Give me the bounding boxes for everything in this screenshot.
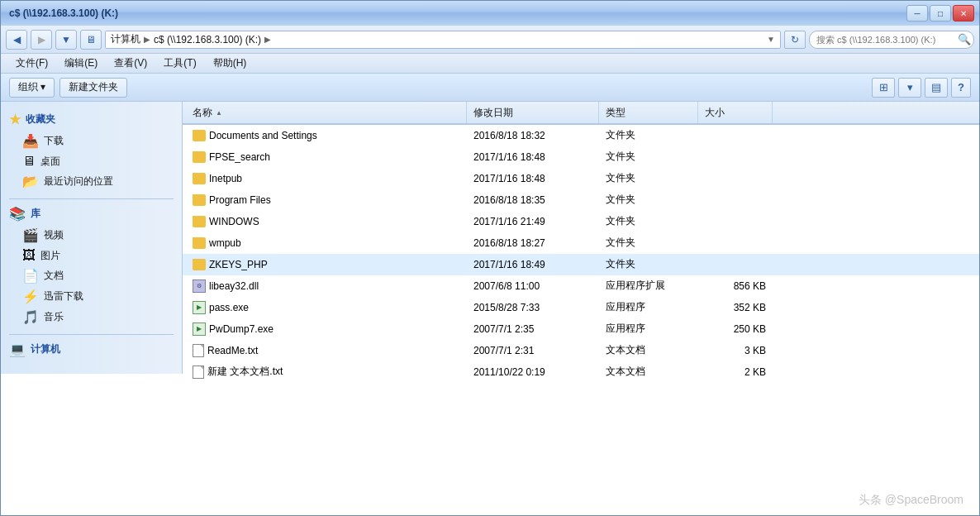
desktop-label: 桌面 xyxy=(40,155,60,169)
txt-icon xyxy=(193,366,204,379)
computer-label: 计算机 xyxy=(31,342,60,356)
file-date: 2016/8/18 18:32 xyxy=(467,130,599,141)
search-input[interactable] xyxy=(809,31,974,49)
file-type: 文件夹 xyxy=(599,236,698,250)
path-sep-2: ▶ xyxy=(264,35,271,44)
sidebar-scroll: ★ 收藏夹 📥 下载 🖥 桌面 📂 最近访问的位置 xyxy=(1,102,183,374)
menu-edit[interactable]: 编辑(E) xyxy=(58,55,104,72)
dropdown-button[interactable]: ▼ xyxy=(55,30,77,50)
table-row[interactable]: ▶ pass.exe 2015/8/28 7:33 应用程序 352 KB xyxy=(183,297,979,318)
file-name: Documents and Settings xyxy=(186,130,467,141)
computer-header[interactable]: 💻 计算机 xyxy=(1,338,182,361)
menu-help[interactable]: 帮助(H) xyxy=(207,55,254,72)
table-row[interactable]: 新建 文本文档.txt 2011/10/22 0:19 文本文档 2 KB xyxy=(183,361,979,383)
file-date: 2017/1/16 18:49 xyxy=(467,259,599,270)
file-size: 250 KB xyxy=(698,323,773,335)
folder-icon xyxy=(193,151,206,163)
file-date: 2015/8/28 7:33 xyxy=(467,302,599,313)
sidebar-item-xunlei[interactable]: ⚡ 迅雷下载 xyxy=(1,286,182,307)
file-name: WINDOWS xyxy=(186,216,467,227)
documents-icon: 📄 xyxy=(22,268,39,284)
sidebar-item-video[interactable]: 🎬 视频 xyxy=(1,225,182,246)
computer-icon-button[interactable]: 🖥 xyxy=(80,30,102,50)
pane-button[interactable]: ▤ xyxy=(925,78,948,98)
file-name-text: ZKEYS_PHP xyxy=(209,259,268,270)
search-wrapper: 🔍 xyxy=(809,31,974,49)
desktop-icon: 🖥 xyxy=(22,154,36,169)
toolbar: 组织 ▾ 新建文件夹 ⊞ ▾ ▤ ? xyxy=(1,74,979,102)
view-options-button[interactable]: ⊞ xyxy=(872,78,895,98)
table-row[interactable]: wmpub 2016/8/18 18:27 文件夹 xyxy=(183,232,979,254)
address-path[interactable]: 计算机 ▶ c$ (\\192.168.3.100) (K:) ▶ ▼ xyxy=(105,31,781,49)
downloads-label: 下载 xyxy=(44,134,64,148)
path-share: c$ (\\192.168.3.100) (K:) xyxy=(154,34,261,45)
main-content: ★ 收藏夹 📥 下载 🖥 桌面 📂 最近访问的位置 xyxy=(1,102,979,515)
menu-bar: 文件(F) 编辑(E) 查看(V) 工具(T) 帮助(H) xyxy=(1,54,979,74)
sidebar-item-recent[interactable]: 📂 最近访问的位置 xyxy=(1,171,182,192)
close-button[interactable]: ✕ xyxy=(953,5,974,22)
table-row[interactable]: Inetpub 2017/1/16 18:48 文件夹 xyxy=(183,168,979,189)
file-name: 新建 文本文档.txt xyxy=(186,365,467,379)
sidebar-item-music[interactable]: 🎵 音乐 xyxy=(1,307,182,327)
sidebar-item-pictures[interactable]: 🖼 图片 xyxy=(1,246,182,265)
sidebar-item-documents[interactable]: 📄 文档 xyxy=(1,265,182,286)
sidebar-divider-1 xyxy=(9,198,174,199)
file-name: Inetpub xyxy=(186,173,467,184)
back-button[interactable]: ◀ xyxy=(6,30,27,50)
library-icon: 📚 xyxy=(9,206,26,222)
toolbar-right: ⊞ ▾ ▤ ? xyxy=(872,78,971,98)
sidebar-item-desktop[interactable]: 🖥 桌面 xyxy=(1,151,182,171)
menu-file[interactable]: 文件(F) xyxy=(9,55,55,72)
computer-icon: 💻 xyxy=(9,342,26,357)
table-row[interactable]: ReadMe.txt 2007/7/1 2:31 文本文档 3 KB xyxy=(183,340,979,361)
file-type: 应用程序扩展 xyxy=(599,279,698,293)
col-header-type[interactable]: 类型 xyxy=(599,102,698,123)
sidebar-item-downloads[interactable]: 📥 下载 xyxy=(1,131,182,151)
table-row[interactable]: ▶ PwDump7.exe 2007/7/1 2:35 应用程序 250 KB xyxy=(183,318,979,340)
minimize-button[interactable]: ─ xyxy=(906,5,928,22)
refresh-button[interactable]: ↻ xyxy=(784,31,806,49)
video-icon: 🎬 xyxy=(22,227,39,243)
table-row[interactable]: Program Files 2016/8/18 18:35 文件夹 xyxy=(183,189,979,211)
downloads-icon: 📥 xyxy=(22,133,39,149)
maximize-button[interactable]: □ xyxy=(930,5,951,22)
table-row[interactable]: FPSE_search 2017/1/16 18:48 文件夹 xyxy=(183,146,979,168)
menu-view[interactable]: 查看(V) xyxy=(107,55,154,72)
col-date-label: 修改日期 xyxy=(473,106,513,120)
col-header-size[interactable]: 大小 xyxy=(698,102,773,123)
file-type: 文件夹 xyxy=(599,150,698,164)
sidebar: ★ 收藏夹 📥 下载 🖥 桌面 📂 最近访问的位置 xyxy=(1,102,183,515)
video-label: 视频 xyxy=(44,228,64,242)
help-button[interactable]: ? xyxy=(951,78,971,98)
path-dropdown-arrow[interactable]: ▼ xyxy=(767,35,775,44)
title-bar: c$ (\\192.168.3.100) (K:) ─ □ ✕ xyxy=(1,1,979,26)
favorites-section: ★ 收藏夹 📥 下载 🖥 桌面 📂 最近访问的位置 xyxy=(1,108,182,192)
file-size: 352 KB xyxy=(698,302,773,313)
menu-tools[interactable]: 工具(T) xyxy=(157,55,202,72)
favorites-header: ★ 收藏夹 xyxy=(1,108,182,131)
col-header-date[interactable]: 修改日期 xyxy=(467,102,599,123)
col-size-label: 大小 xyxy=(705,106,725,120)
documents-label: 文档 xyxy=(44,269,64,283)
exe-icon: ▶ xyxy=(193,301,206,314)
col-header-name[interactable]: 名称 ▲ xyxy=(186,102,467,123)
col-name-label: 名称 xyxy=(193,106,212,120)
path-computer: 计算机 xyxy=(111,32,140,46)
library-header: 📚 库 xyxy=(1,203,182,225)
recent-icon: 📂 xyxy=(22,174,39,189)
table-row[interactable]: Documents and Settings 2016/8/18 18:32 文… xyxy=(183,125,979,146)
music-icon: 🎵 xyxy=(22,309,39,325)
new-folder-button[interactable]: 新建文件夹 xyxy=(59,78,127,98)
file-name: Program Files xyxy=(186,194,467,206)
table-row[interactable]: ZKEYS_PHP 2017/1/16 18:49 文件夹 xyxy=(183,254,979,275)
table-row[interactable]: WINDOWS 2017/1/16 21:49 文件夹 xyxy=(183,211,979,232)
file-name: FPSE_search xyxy=(186,151,467,163)
txt-icon xyxy=(193,344,204,357)
view-dropdown-button[interactable]: ▾ xyxy=(898,78,921,98)
search-icon[interactable]: 🔍 xyxy=(958,33,971,45)
file-name-text: ReadMe.txt xyxy=(207,345,258,356)
file-name-text: Program Files xyxy=(209,194,271,206)
forward-button[interactable]: ▶ xyxy=(31,30,52,50)
organize-button[interactable]: 组织 ▾ xyxy=(9,78,55,98)
table-row[interactable]: ⚙ libeay32.dll 2007/6/8 11:00 应用程序扩展 856… xyxy=(183,275,979,297)
